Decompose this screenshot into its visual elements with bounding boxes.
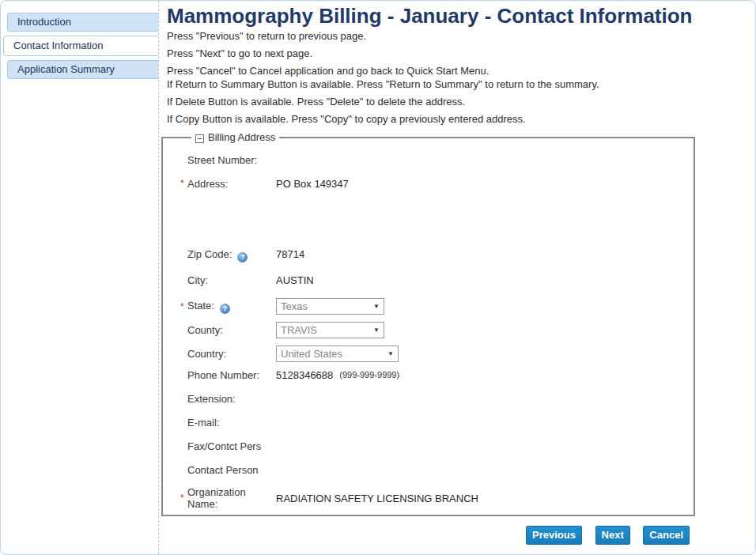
- sidebar-item-label: Contact Information: [13, 40, 103, 51]
- field-row-city: City: AUSTIN: [180, 274, 686, 286]
- collapse-icon[interactable]: −: [195, 134, 204, 143]
- field-label: Zip Code:?: [187, 248, 276, 262]
- field-row-zip-code: Zip Code:? 78714: [180, 248, 686, 262]
- billing-address-fieldset: −Billing Address Street Number: * Addres…: [161, 131, 695, 516]
- field-label: Extension:: [187, 393, 276, 405]
- main-content: Mammography Billing - January - Contact …: [159, 1, 755, 554]
- field-row-state: * State:? Texas ▼: [180, 298, 686, 315]
- help-icon[interactable]: ?: [237, 252, 248, 262]
- field-label: E-mail:: [187, 417, 276, 429]
- field-row-extension: Extension:: [180, 393, 686, 405]
- field-label: County:: [187, 324, 276, 336]
- field-row-fax: Fax/Contct Pers: [180, 440, 686, 452]
- select-value: Texas: [281, 300, 308, 312]
- sidebar-item-label: Application Summary: [17, 63, 115, 75]
- select-value: United States: [281, 348, 342, 360]
- dropdown-arrow-icon: ▼: [387, 348, 394, 360]
- field-label: Fax/Contct Pers: [187, 440, 276, 452]
- cancel-button[interactable]: Cancel: [643, 526, 690, 545]
- instruction-text: If Copy Button is available. Press "Copy…: [167, 113, 755, 125]
- dropdown-arrow-icon: ▼: [373, 300, 380, 312]
- country-select[interactable]: United States ▼: [276, 345, 399, 362]
- field-row-address: * Address: PO Box 149347: [180, 178, 686, 190]
- sidebar: Introduction Contact Information Applica…: [1, 1, 159, 554]
- field-row-contact-person: Contact Person: [180, 464, 686, 476]
- footer-button-row: Previous Next Cancel: [159, 526, 695, 545]
- dropdown-arrow-icon: ▼: [373, 324, 380, 336]
- field-label: City:: [187, 274, 276, 286]
- field-row-street-number: Street Number:: [180, 154, 686, 166]
- field-label: Organization Name:: [187, 486, 276, 510]
- field-value: AUSTIN: [276, 274, 314, 286]
- field-row-county: County: TRAVIS ▼: [180, 322, 686, 338]
- field-label: Contact Person: [187, 464, 276, 476]
- instruction-text: Press "Previous" to return to previous p…: [167, 30, 755, 42]
- required-marker: *: [180, 301, 187, 312]
- required-marker: *: [180, 493, 187, 504]
- instruction-text: Press "Cancel" to Cancel application and…: [167, 65, 755, 77]
- field-row-phone-number: Phone Number: 5128346688 (999-999-9999): [180, 369, 686, 381]
- field-value: 5128346688: [276, 369, 333, 381]
- field-row-country: Country: United States ▼: [180, 345, 686, 362]
- sidebar-item-label: Introduction: [17, 16, 71, 28]
- billing-address-legend: −Billing Address: [191, 131, 279, 143]
- field-label: State:?: [187, 300, 276, 314]
- field-row-organization-name: * Organization Name: RADIATION SAFETY LI…: [180, 486, 686, 510]
- sidebar-item-application-summary[interactable]: Application Summary: [7, 60, 158, 79]
- legend-label: Billing Address: [208, 131, 275, 143]
- page: Introduction Contact Information Applica…: [0, 0, 756, 555]
- field-label: Country:: [187, 348, 276, 360]
- field-label: Phone Number:: [187, 369, 276, 381]
- field-value: RADIATION SAFETY LICENSING BRANCH: [276, 493, 478, 504]
- state-select[interactable]: Texas ▼: [276, 298, 384, 315]
- field-value: PO Box 149347: [276, 178, 349, 190]
- field-label: Street Number:: [187, 154, 276, 166]
- previous-button[interactable]: Previous: [526, 526, 582, 545]
- instruction-text: Press "Next" to go to next page.: [167, 47, 755, 59]
- sidebar-item-contact-information[interactable]: Contact Information: [3, 36, 158, 56]
- county-select[interactable]: TRAVIS ▼: [276, 322, 384, 338]
- required-marker: *: [180, 178, 187, 189]
- field-row-email: E-mail:: [180, 417, 686, 429]
- phone-format-hint: (999-999-9999): [339, 369, 399, 381]
- instruction-text: If Delete Button is available. Press "De…: [167, 96, 755, 108]
- page-title: Mammography Billing - January - Contact …: [167, 10, 755, 22]
- next-button[interactable]: Next: [595, 526, 630, 545]
- instruction-text: If Return to Summary Button is available…: [167, 78, 755, 90]
- help-icon[interactable]: ?: [220, 304, 230, 314]
- field-label: Address:: [187, 178, 276, 190]
- sidebar-item-introduction[interactable]: Introduction: [7, 13, 158, 32]
- field-value: 78714: [276, 248, 304, 260]
- select-value: TRAVIS: [281, 324, 317, 336]
